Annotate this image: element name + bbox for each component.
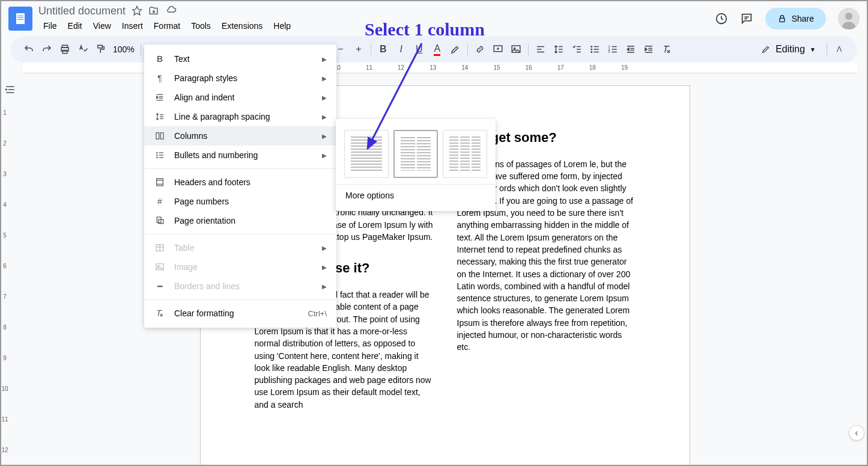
svg-rect-65	[157, 179, 163, 186]
spellcheck-button[interactable]	[74, 41, 91, 58]
submenu-arrow-icon: ▶	[322, 245, 327, 251]
menu-help[interactable]: Help	[269, 19, 296, 33]
svg-marker-0	[133, 7, 142, 15]
columns-option-2[interactable]	[393, 130, 438, 178]
italic-button[interactable]: I	[393, 41, 410, 58]
left-gutter	[1, 76, 23, 465]
format-clear-formatting-item[interactable]: Clear formatting Ctrl+\	[144, 304, 336, 323]
image-icon	[154, 262, 166, 272]
format-text-item[interactable]: B Text ▶	[144, 49, 336, 69]
headers-footers-icon	[154, 177, 166, 187]
format-line-spacing-item[interactable]: Line & paragraph spacing ▶	[144, 107, 336, 126]
redo-button[interactable]	[38, 41, 55, 58]
menu-insert[interactable]: Insert	[117, 19, 148, 33]
increase-indent-button[interactable]	[640, 41, 657, 58]
toolbar: 100% − + B I U A 123 Editing ▼ ᐱ	[11, 36, 857, 63]
paint-format-button[interactable]	[93, 41, 109, 58]
svg-point-6	[845, 13, 852, 20]
star-icon[interactable]	[132, 5, 142, 16]
highlight-button[interactable]	[447, 41, 464, 58]
paragraph-icon: ¶	[154, 73, 166, 83]
menu-bar: File Edit View Insert Format Tools Exten…	[38, 19, 296, 33]
menu-extensions[interactable]: Extensions	[217, 19, 267, 33]
outline-toggle-button[interactable]	[1, 81, 19, 99]
editing-label: Editing	[775, 44, 805, 55]
bold-button[interactable]: B	[375, 41, 392, 58]
insert-link-button[interactable]	[472, 41, 488, 58]
submenu-arrow-icon: ▶	[322, 114, 327, 120]
format-page-numbers-item[interactable]: # Page numbers	[144, 192, 336, 211]
expand-toolbar-button[interactable]: ᐱ	[831, 41, 848, 58]
columns-option-1[interactable]	[344, 130, 389, 178]
svg-rect-57	[156, 133, 159, 139]
line-spacing-button[interactable]	[550, 41, 567, 58]
format-columns-item[interactable]: Columns ▶	[144, 126, 336, 146]
menu-tools[interactable]: Tools	[186, 19, 216, 33]
numbered-list-button[interactable]: 123	[604, 41, 621, 58]
columns-icon	[154, 131, 166, 141]
bold-icon: B	[154, 54, 166, 64]
menu-file[interactable]: File	[38, 19, 62, 33]
svg-point-61	[157, 157, 157, 158]
bulleted-list-button[interactable]	[586, 41, 603, 58]
submenu-arrow-icon: ▶	[322, 75, 327, 82]
svg-point-26	[591, 52, 592, 53]
add-comment-button[interactable]	[490, 41, 506, 58]
columns-more-options[interactable]: More options	[336, 184, 496, 206]
svg-point-60	[157, 155, 157, 155]
svg-text:3: 3	[608, 50, 610, 54]
page-numbers-icon: #	[154, 197, 166, 206]
submenu-arrow-icon: ▶	[322, 152, 327, 159]
submenu-arrow-icon: ▶	[322, 264, 327, 271]
format-table-item: Table ▶	[144, 238, 336, 257]
svg-rect-4	[780, 18, 785, 22]
format-align-indent-item[interactable]: Align and indent ▶	[144, 88, 336, 107]
borders-icon: ━	[154, 281, 166, 291]
keyboard-shortcut: Ctrl+\	[308, 309, 327, 318]
share-label: Share	[792, 14, 814, 23]
checklist-button[interactable]	[568, 41, 585, 58]
title-block: Untitled document File Edit View Insert …	[38, 5, 296, 33]
history-icon[interactable]	[715, 12, 728, 25]
decrease-indent-button[interactable]	[622, 41, 639, 58]
format-menu-dropdown: B Text ▶ ¶ Paragraph styles ▶ Align and …	[144, 44, 336, 328]
columns-option-3[interactable]	[443, 130, 487, 178]
annotation-label: Select 1 column	[365, 19, 485, 40]
format-bullets-numbering-item[interactable]: Bullets and numbering ▶	[144, 146, 336, 165]
comments-icon[interactable]	[740, 12, 753, 25]
align-icon	[154, 93, 166, 102]
table-icon	[154, 243, 166, 253]
format-paragraph-styles-item[interactable]: ¶ Paragraph styles ▶	[144, 69, 336, 88]
share-button[interactable]: Share	[765, 8, 826, 29]
svg-point-59	[157, 152, 157, 153]
side-panel-toggle[interactable]: ‹	[849, 425, 864, 441]
format-headers-footers-item[interactable]: Headers and footers	[144, 173, 336, 192]
line-spacing-icon	[154, 112, 166, 121]
print-button[interactable]	[56, 41, 73, 58]
columns-submenu: More options	[336, 119, 496, 211]
document-title[interactable]: Untitled document	[38, 5, 126, 17]
menu-view[interactable]: View	[88, 19, 116, 33]
align-button[interactable]	[532, 41, 549, 58]
editing-mode-button[interactable]: Editing ▼	[754, 41, 823, 57]
underline-button[interactable]: U	[411, 41, 428, 58]
svg-point-25	[591, 49, 592, 50]
undo-button[interactable]	[20, 41, 37, 58]
zoom-select[interactable]: 100%	[111, 44, 137, 54]
svg-rect-68	[157, 217, 161, 222]
clear-formatting-button[interactable]	[658, 41, 675, 58]
lock-icon	[777, 14, 787, 23]
submenu-arrow-icon: ▶	[322, 283, 327, 290]
docs-logo-icon[interactable]	[8, 7, 32, 31]
menu-edit[interactable]: Edit	[63, 19, 87, 33]
move-icon[interactable]	[148, 5, 159, 16]
cloud-status-icon[interactable]	[165, 5, 177, 16]
text-color-button[interactable]: A	[429, 41, 446, 58]
insert-image-button[interactable]	[508, 41, 524, 58]
menu-format[interactable]: Format	[149, 19, 185, 33]
avatar[interactable]	[838, 8, 860, 29]
list-icon	[154, 150, 166, 160]
format-page-orientation-item[interactable]: Page orientation	[144, 211, 336, 230]
submenu-arrow-icon: ▶	[322, 94, 327, 101]
increase-font-button[interactable]: +	[350, 41, 367, 58]
